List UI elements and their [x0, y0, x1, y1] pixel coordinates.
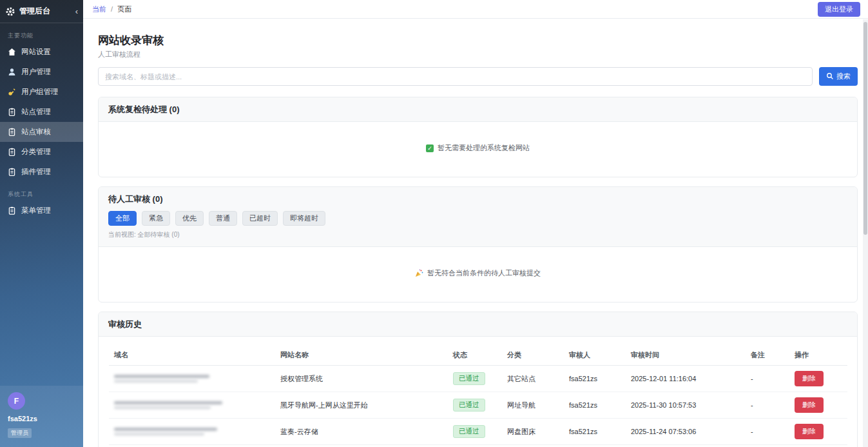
status-badge: 已通过 — [453, 372, 485, 385]
remark: - — [746, 392, 789, 419]
sidebar-item-site-settings[interactable]: 网站设置 — [0, 42, 83, 62]
search-button[interactable]: 搜索 — [819, 67, 858, 86]
col-header-reviewer: 审核人 — [564, 345, 626, 366]
domain-redacted — [109, 366, 275, 392]
page-title: 网站收录审核 — [98, 33, 858, 48]
breadcrumb-page: 页面 — [117, 5, 131, 13]
reviewer: fsa521zs — [564, 445, 626, 447]
sidebar-item-label: 站点管理 — [21, 107, 51, 117]
site-name: 黑牙导航网-上网从这里开始 — [275, 392, 448, 419]
recheck-card-title: 系统复检待处理 (0) — [108, 104, 180, 114]
delete-button[interactable]: 删除 — [795, 397, 824, 413]
avatar: F — [8, 392, 25, 410]
filter-chip-urgent[interactable]: 紧急 — [142, 211, 170, 226]
col-header-domain: 域名 — [109, 345, 275, 366]
filter-chip-overdue[interactable]: 已超时 — [242, 211, 278, 226]
history-card-header: 审核历史 — [99, 312, 857, 337]
site-name: 丙虎网盘-免费云盘丨文件共享软... — [275, 445, 448, 447]
search-input[interactable] — [98, 67, 813, 86]
review-time: 2025-11-24 07:48:46 — [626, 445, 746, 447]
table-row: 蓝奏-云存储 已通过 网盘图床 fsa521zs 2025-11-24 07:5… — [109, 419, 847, 445]
sidebar-section-main: 主要功能 — [0, 23, 83, 42]
sidebar-header: 管理后台 ‹ — [0, 0, 83, 23]
clipboard-icon — [8, 108, 16, 116]
domain-redacted — [109, 419, 275, 445]
col-header-action: 操作 — [789, 345, 847, 366]
page-content: 网站收录审核 人工审核流程 搜索 系统复检待处理 (0) ✓ 暂无需要 — [83, 19, 868, 447]
sidebar-item-label: 站点审核 — [21, 127, 51, 137]
col-header-status: 状态 — [448, 345, 502, 366]
status-badge: 已通过 — [453, 399, 485, 412]
review-time: 2025-11-30 10:57:53 — [626, 392, 746, 419]
remark: - — [746, 366, 789, 392]
domain-redacted — [109, 445, 275, 447]
scrollbar-thumb[interactable] — [863, 22, 867, 235]
reviewer: fsa521zs — [564, 366, 626, 392]
sidebar-section-tools: 系统工具 — [0, 182, 83, 201]
site-name: 蓝奏-云存储 — [275, 419, 448, 445]
key-icon — [8, 88, 16, 96]
manual-review-empty-state: 暂无符合当前条件的待人工审核提交 — [99, 247, 857, 302]
page-subtitle: 人工审核流程 — [98, 50, 858, 59]
breadcrumb-current[interactable]: 当前 — [92, 5, 106, 13]
sidebar-item-label: 菜单管理 — [21, 206, 51, 215]
history-card-title: 审核历史 — [108, 319, 142, 329]
category: 网盘图床 — [502, 445, 564, 447]
filter-chip-priority[interactable]: 优先 — [175, 211, 204, 226]
col-header-category: 分类 — [502, 345, 564, 366]
status-badge: 已通过 — [453, 425, 485, 438]
sidebar: 管理后台 ‹ 主要功能 网站设置 用户管理 用户组管理 站点管理 — [0, 0, 83, 447]
history-table-wrap: 域名 网站名称 状态 分类 审核人 审核时间 备注 操作 — [99, 337, 857, 447]
table-row: 黑牙导航网-上网从这里开始 已通过 网址导航 fsa521zs 2025-11-… — [109, 392, 847, 419]
home-icon — [8, 48, 16, 56]
sidebar-item-label: 分类管理 — [21, 147, 51, 157]
clipboard-icon — [8, 168, 16, 176]
sidebar-item-category-management[interactable]: 分类管理 — [0, 142, 83, 162]
party-popper-icon — [415, 269, 423, 277]
manual-review-card-title: 待人工审核 (0) — [108, 194, 163, 204]
manual-review-card: 待人工审核 (0) 全部 紧急 优先 普通 已超时 即将超时 当前视图: 全部待… — [98, 186, 858, 303]
scrollbar-track — [863, 19, 868, 447]
search-row: 搜索 — [98, 67, 858, 86]
filter-chip-near-overdue[interactable]: 即将超时 — [283, 211, 325, 226]
view-caption: 当前视图: 全部待审核 (0) — [108, 230, 847, 241]
table-header-row: 域名 网站名称 状态 分类 审核人 审核时间 备注 操作 — [109, 345, 847, 366]
sidebar-item-plugin-management[interactable]: 插件管理 — [0, 162, 83, 182]
clipboard-icon — [8, 128, 16, 136]
recheck-card: 系统复检待处理 (0) ✓ 暂无需要处理的系统复检网站 — [98, 97, 858, 177]
recheck-empty-text: 暂无需要处理的系统复检网站 — [438, 143, 530, 153]
app-title: 管理后台 — [19, 6, 50, 17]
sidebar-item-menu-management[interactable]: 菜单管理 — [0, 201, 83, 221]
domain-redacted — [109, 392, 275, 419]
col-header-remark: 备注 — [746, 345, 789, 366]
filter-chip-all[interactable]: 全部 — [108, 211, 137, 226]
user-icon — [8, 68, 16, 76]
table-row: 授权管理系统 已通过 其它站点 fsa521zs 2025-12-01 11:1… — [109, 366, 847, 392]
remark: - — [746, 419, 789, 445]
review-time: 2025-11-24 07:53:06 — [626, 419, 746, 445]
sidebar-item-site-review[interactable]: 站点审核 — [0, 122, 83, 142]
reviewer: fsa521zs — [564, 392, 626, 419]
filter-chip-normal[interactable]: 普通 — [209, 211, 237, 226]
manual-review-card-header: 待人工审核 (0) 全部 紧急 优先 普通 已超时 即将超时 当前视图: 全部待… — [99, 187, 857, 247]
delete-button[interactable]: 删除 — [795, 424, 824, 439]
role-badge: 管理员 — [8, 428, 32, 438]
sidebar-item-user-group-management[interactable]: 用户组管理 — [0, 82, 83, 102]
category: 网盘图床 — [502, 419, 564, 445]
clipboard-icon — [8, 206, 16, 215]
clipboard-icon — [8, 148, 16, 156]
table-row: 丙虎网盘-免费云盘丨文件共享软... 已通过 网盘图床 fsa521zs 202… — [109, 445, 847, 447]
category: 网址导航 — [502, 392, 564, 419]
site-name: 授权管理系统 — [275, 366, 448, 392]
sidebar-collapse-icon[interactable]: ‹ — [75, 7, 78, 15]
history-table: 域名 网站名称 状态 分类 审核人 审核时间 备注 操作 — [109, 345, 847, 447]
username: fsa521zs — [8, 415, 75, 422]
logout-button[interactable]: 退出登录 — [818, 2, 860, 17]
main-area: 当前 / 页面 退出登录 网站收录审核 人工审核流程 搜索 — [83, 0, 868, 447]
sidebar-user-panel: F fsa521zs 管理员 — [0, 386, 83, 447]
sidebar-item-site-management[interactable]: 站点管理 — [0, 102, 83, 122]
reviewer: fsa521zs — [564, 419, 626, 445]
sidebar-item-user-management[interactable]: 用户管理 — [0, 62, 83, 82]
delete-button[interactable]: 删除 — [795, 371, 824, 386]
review-time: 2025-12-01 11:16:04 — [626, 366, 746, 392]
